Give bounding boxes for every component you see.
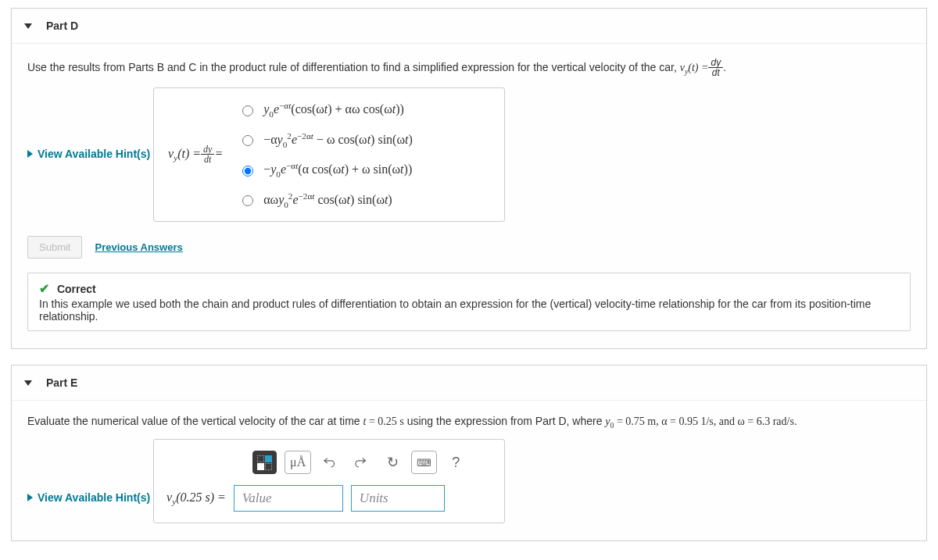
pe-givens: y0 = 0.75 m, α = 0.95 1/s, and ω = 6.3 r… xyxy=(605,416,794,427)
opt4-label: αωy02e−2αt cos(ωt) sin(ωt) xyxy=(263,191,392,209)
mc-option-4[interactable]: αωy02e−2αt cos(ωt) sin(ωt) xyxy=(238,191,413,209)
pe-prompt-pre: Evaluate the numerical value of the vert… xyxy=(27,415,363,427)
check-icon: ✔ xyxy=(39,282,49,295)
redo-button[interactable] xyxy=(350,451,374,474)
part-d-button-row: Submit Previous Answers xyxy=(27,236,911,259)
prompt-expr: vy(t) = xyxy=(680,62,709,73)
prompt-frac: dydt xyxy=(708,58,723,78)
mc-option-1[interactable]: y0e−αt(cos(ωt) + αω cos(ωt)) xyxy=(238,101,413,119)
mc-option-2[interactable]: −αy02e−2αt − ω cos(ωt) sin(ωt) xyxy=(238,131,413,149)
redo-icon xyxy=(355,457,369,468)
feedback-title: Correct xyxy=(57,283,96,295)
part-d-hints-toggle[interactable]: View Available Hint(s) xyxy=(27,148,150,160)
radio-3[interactable] xyxy=(242,166,253,177)
undo-button[interactable] xyxy=(319,451,342,474)
part-e-prompt: Evaluate the numerical value of the vert… xyxy=(27,415,911,430)
part-e-body: Evaluate the numerical value of the vert… xyxy=(12,401,926,540)
part-e-input-box: μÅ ↻ ⌨ ? vy(0.25 s) = Value Units xyxy=(153,439,505,523)
pe-prompt-mid: using the expression from Part D, where xyxy=(404,415,606,427)
mc-option-3[interactable]: −y0e−αt(α cos(ωt) + ω sin(ωt)) xyxy=(238,161,413,179)
part-d-title: Part D xyxy=(46,20,78,32)
part-d-body: Use the results from Parts B and C in th… xyxy=(12,44,926,348)
units-input[interactable]: Units xyxy=(351,485,445,512)
pe-t-val: t = 0.25 s xyxy=(363,416,404,427)
keyboard-button[interactable]: ⌨ xyxy=(411,451,437,474)
pe-hints-label: View Available Hint(s) xyxy=(38,491,150,504)
prompt-text-post: . xyxy=(723,61,726,73)
templates-icon xyxy=(257,455,272,470)
part-d-answer-box: vy(t) =dydt= y0e−αt(cos(ωt) + αω cos(ωt)… xyxy=(153,87,505,222)
help-button[interactable]: ? xyxy=(445,451,467,474)
radio-1[interactable] xyxy=(242,105,253,116)
part-e-block: Part E Evaluate the numerical value of t… xyxy=(11,365,927,541)
input-lhs: vy(0.25 s) = xyxy=(166,490,226,506)
prompt-text-pre: Use the results from Parts B and C in th… xyxy=(27,61,680,73)
value-input[interactable]: Value xyxy=(234,485,343,512)
opt1-label: y0e−αt(cos(ωt) + αω cos(ωt)) xyxy=(263,101,404,119)
part-e-title: Part E xyxy=(46,376,77,389)
caret-down-icon xyxy=(24,380,32,386)
part-d-block: Part D Use the results from Parts B and … xyxy=(11,8,927,349)
answer-input-row: vy(0.25 s) = Value Units xyxy=(166,485,492,512)
units-symbols-button[interactable]: μÅ xyxy=(285,451,311,474)
caret-right-icon xyxy=(27,494,33,501)
reset-button[interactable]: ↻ xyxy=(381,451,403,474)
undo-icon xyxy=(324,457,338,468)
mc-lhs: vy(t) =dydt= xyxy=(168,144,238,165)
submit-button: Submit xyxy=(27,236,82,259)
radio-2[interactable] xyxy=(242,135,253,146)
templates-button[interactable] xyxy=(252,451,277,474)
caret-right-icon xyxy=(27,150,33,158)
feedback-box: ✔ Correct In this example we used both t… xyxy=(27,273,911,331)
caret-down-icon xyxy=(24,23,32,29)
part-d-header[interactable]: Part D xyxy=(12,9,926,44)
feedback-body: In this example we used both the chain a… xyxy=(39,298,899,323)
pe-prompt-post: . xyxy=(794,415,797,427)
mc-options: y0e−αt(cos(ωt) + αω cos(ωt)) −αy02e−2αt … xyxy=(238,101,413,209)
part-d-prompt: Use the results from Parts B and C in th… xyxy=(27,58,911,78)
part-e-header[interactable]: Part E xyxy=(12,366,926,401)
opt3-label: −y0e−αt(α cos(ωt) + ω sin(ωt)) xyxy=(263,161,412,179)
previous-answers-link[interactable]: Previous Answers xyxy=(95,241,182,253)
hints-label: View Available Hint(s) xyxy=(38,148,150,160)
part-e-hints-toggle[interactable]: View Available Hint(s) xyxy=(27,491,150,504)
answer-toolbar: μÅ ↻ ⌨ ? xyxy=(252,451,492,474)
opt2-label: −αy02e−2αt − ω cos(ωt) sin(ωt) xyxy=(263,131,413,149)
radio-4[interactable] xyxy=(242,195,253,206)
